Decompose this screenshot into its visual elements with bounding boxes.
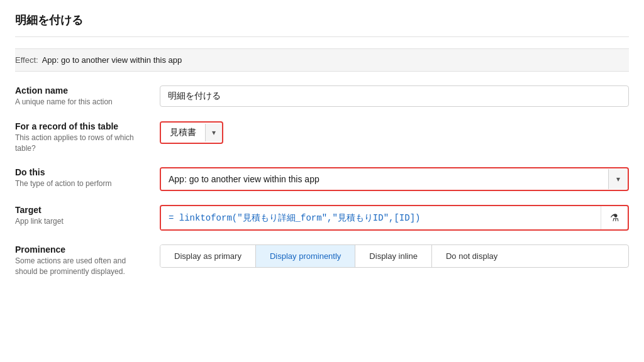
do-this-label-col: Do this The type of action to perform [15, 167, 160, 189]
prominence-sublabel: Some actions are used often and should b… [15, 256, 150, 277]
for-record-label: For a record of this table [15, 121, 150, 131]
target-row: Target App link target = linktoform("見積も… [15, 205, 629, 231]
effect-value: App: go to another view within this app [42, 55, 182, 65]
flask-icon[interactable]: ⚗ [601, 206, 628, 229]
target-control: = linktoform("見積もり詳細_form","見積もりID",[ID]… [160, 205, 629, 231]
action-name-sublabel: A unique name for this action [15, 97, 150, 107]
target-input[interactable]: = linktoform("見積もり詳細_form","見積もりID",[ID]… [161, 207, 601, 229]
for-record-control: 見積書 ▾ [160, 121, 629, 144]
action-name-control [160, 85, 629, 107]
prominence-row: Prominence Some actions are used often a… [15, 244, 629, 277]
target-label-col: Target App link target [15, 205, 160, 227]
target-sublabel: App link target [15, 216, 150, 227]
action-name-label: Action name [15, 85, 150, 96]
effect-bar: Effect: App: go to another view within t… [15, 48, 629, 72]
prominence-option-not-display[interactable]: Do not display [432, 245, 511, 267]
for-record-sublabel: This action applies to rows of which tab… [15, 133, 150, 154]
prominence-option-primary[interactable]: Display as primary [160, 245, 256, 267]
do-this-control: App: go to another view within this app … [160, 167, 629, 191]
page-container: 明細を付ける Effect: App: go to another view w… [0, 0, 644, 304]
do-this-select-display: App: go to another view within this app [161, 168, 608, 190]
page-title: 明細を付ける [15, 13, 629, 28]
prominence-control: Display as primary Display prominently D… [160, 244, 629, 268]
do-this-sublabel: The type of action to perform [15, 178, 150, 189]
effect-label: Effect: [15, 55, 38, 65]
for-record-row: For a record of this table This action a… [15, 121, 629, 154]
prominence-label: Prominence [15, 244, 150, 255]
target-label: Target [15, 205, 150, 215]
target-wrapper: = linktoform("見積もり詳細_form","見積もりID",[ID]… [160, 205, 629, 231]
do-this-select-wrapper[interactable]: App: go to another view within this app … [160, 167, 629, 191]
do-this-label: Do this [15, 167, 150, 177]
do-this-arrow[interactable]: ▾ [608, 169, 628, 189]
prominence-options: Display as primary Display prominently D… [160, 244, 629, 268]
for-record-select-wrapper[interactable]: 見積書 ▾ [160, 121, 223, 144]
action-name-label-col: Action name A unique name for this actio… [15, 85, 160, 107]
prominence-option-inline[interactable]: Display inline [355, 245, 432, 267]
do-this-row: Do this The type of action to perform Ap… [15, 167, 629, 191]
action-name-row: Action name A unique name for this actio… [15, 85, 629, 107]
prominence-option-prominently[interactable]: Display prominently [256, 245, 355, 267]
prominence-label-col: Prominence Some actions are used often a… [15, 244, 160, 277]
divider-top [15, 36, 629, 37]
for-record-select-display: 見積書 [161, 123, 205, 143]
for-record-arrow[interactable]: ▾ [205, 124, 222, 141]
for-record-label-col: For a record of this table This action a… [15, 121, 160, 154]
action-name-input[interactable] [160, 85, 629, 107]
